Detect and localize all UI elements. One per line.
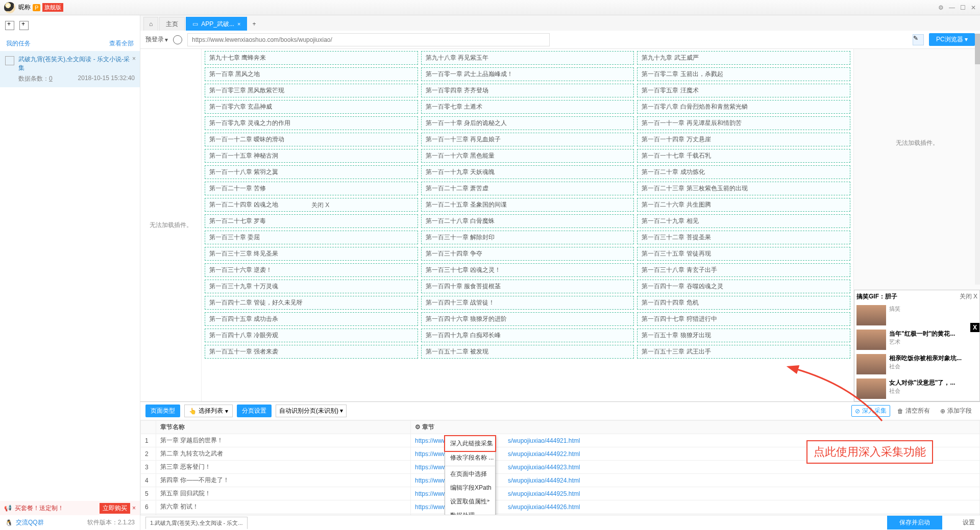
page-type-button[interactable]: 页面类型 [145, 405, 180, 417]
chapter-link[interactable]: 第一百三十八章 青玄子出手 [637, 263, 850, 277]
news-item[interactable]: 相亲吃饭你被相亲对象坑...社会 [854, 352, 979, 376]
chapter-link[interactable]: 第一百四十八章 冷眼旁观 [205, 329, 418, 342]
ctx-setval[interactable]: 设置取值属性▸ [445, 495, 495, 509]
chapter-link[interactable]: 第一百零一章 武士上品巅峰成！ [421, 67, 634, 81]
chapter-link[interactable]: 第一百三十九章 十万灵魂 [205, 280, 418, 293]
save-start-button[interactable]: 保存并启动 [887, 516, 942, 529]
chapter-link[interactable]: 第一百二十八章 白骨魔蛛 [421, 214, 634, 228]
chapter-link[interactable]: 第一百零二章 玉箭出，杀戮起 [637, 67, 850, 81]
table-row[interactable]: 7第七章 丹药https://wwwxxxxxxxxxxxxxxxxxxxxs/… [141, 514, 980, 515]
new-task-icon[interactable]: + [5, 21, 14, 30]
news-item[interactable]: 女人对你"没意思"了，...社会 [854, 376, 979, 401]
chapter-link[interactable]: 第一百四十章 服食菩提根茎 [421, 280, 634, 293]
task-item[interactable]: 武破九霄(苍笑天),全文阅读 - 乐文小说-采集 数据条数：0 2018-10-… [0, 51, 140, 87]
col-chapter-name[interactable]: 章节名称 [156, 421, 411, 434]
chapter-link[interactable]: 第一百零七章 土遁术 [421, 100, 634, 114]
select-list-button[interactable]: 👆 选择列表 ▾ [184, 405, 233, 417]
chapter-link[interactable]: 第一百章 黑风之地 [205, 67, 418, 81]
close-link-left[interactable]: 关闭 X [311, 201, 329, 210]
ctx-deep-collect[interactable]: 深入此链接采集 [444, 435, 496, 452]
chapter-link[interactable]: 第一百零九章 灵魂之力的作用 [205, 116, 418, 130]
chapter-link[interactable]: 第一百四十四章 危机 [637, 296, 850, 310]
chapter-link[interactable]: 第一百一十九章 天妖魂魄 [421, 165, 634, 179]
chapter-link[interactable]: 第一百一十一章 再见谭星辰和情韵苦 [637, 116, 850, 130]
chapter-link[interactable]: 第一百二十章 成功炼化 [637, 165, 850, 179]
chapter-link[interactable]: 第一百三十一章 解除封印 [421, 231, 634, 244]
chapter-link[interactable]: 第一百零五章 汪魔术 [637, 84, 850, 97]
clear-all-button[interactable]: 🗑 清空所有 [894, 406, 933, 416]
ad-x-icon[interactable]: X [970, 323, 979, 332]
chapter-link[interactable]: 第一百五十章 狼獠牙出现 [637, 329, 850, 342]
table-row[interactable]: 6第六章 初试！https://wwwxxxxxxxxxxxxxxxxxxxxs… [141, 500, 980, 514]
chapter-link[interactable]: 第一百五十三章 武王出手 [637, 345, 850, 359]
home-icon-tab[interactable]: ⌂ [143, 17, 158, 31]
promo-close-icon[interactable]: × [132, 504, 136, 512]
edit-icon[interactable]: ✎ [913, 34, 924, 45]
chapter-link[interactable]: 第九十九章 武王威严 [637, 51, 850, 65]
gear-icon[interactable]: ⚙ [938, 4, 944, 11]
tab-home[interactable]: 主页 [159, 17, 185, 31]
chapter-link[interactable]: 第一百五十二章 被发现 [421, 345, 634, 359]
chapter-link[interactable]: 第九十八章 再见紫玉年 [421, 51, 634, 65]
add-tab-button[interactable]: + [248, 17, 260, 31]
view-all-link[interactable]: 查看全部 [109, 39, 134, 48]
chapter-link[interactable]: 第一百零六章 玄晶神威 [205, 100, 418, 114]
chapter-link[interactable]: 第一百三十三章 终见圣果 [205, 247, 418, 261]
news-item[interactable]: 当年"红极一时"的黄花...艺术 [854, 327, 979, 352]
chapter-link[interactable]: 第一百四十九章 白痴邓长峰 [421, 329, 634, 342]
ctx-rename[interactable]: 修改字段名称 ... [445, 451, 495, 465]
tab-close-icon[interactable]: × [237, 21, 240, 27]
close-icon[interactable]: ✕ [971, 4, 976, 11]
chapter-grid[interactable]: 第九十七章 鹰蜂奔来第九十八章 再见紫玉年第九十九章 武王威严第一百章 黑风之地… [202, 49, 853, 401]
chapter-link[interactable]: 第九十七章 鹰蜂奔来 [205, 51, 418, 65]
settings-button[interactable]: 设置 [963, 518, 975, 527]
chapter-link[interactable]: 第一百零四章 齐齐登场 [421, 84, 634, 97]
chapter-link[interactable]: 第一百四十三章 战管徒！ [421, 296, 634, 310]
chapter-link[interactable]: 第一百三十五章 管徒再现 [637, 247, 850, 261]
ctx-xpath[interactable]: 编辑字段XPath [445, 481, 495, 495]
my-tasks-link[interactable]: 我的任务 [6, 39, 31, 48]
chapter-link[interactable]: 第一百一十章 身后的诡秘之人 [421, 116, 634, 130]
chapter-link[interactable]: 第一百四十六章 狼獠牙的进阶 [421, 312, 634, 326]
chapter-link[interactable]: 第一百一十七章 千载石乳 [637, 149, 850, 163]
deep-collect-button[interactable]: ⊘ 深入采集 [851, 405, 890, 417]
chapter-link[interactable]: 第一百二十六章 共生图腾 [637, 198, 850, 212]
new-folder-icon[interactable]: + [19, 21, 29, 30]
avatar[interactable] [4, 2, 15, 13]
news-item[interactable]: 搞笑 [854, 303, 979, 327]
chapter-link[interactable]: 第一百四十一章 吞噬凶魂之灵 [637, 280, 850, 293]
reload-icon[interactable] [173, 35, 182, 44]
chapter-link[interactable]: 第一百二十五章 圣象国的间谍 [421, 198, 634, 212]
pre-login-button[interactable]: 预登录 ▾ [145, 35, 168, 44]
chapter-link[interactable]: 第一百一十六章 黑色能量 [421, 149, 634, 163]
chapter-link[interactable]: 第一百一十二章 暧昧的滑动 [205, 133, 418, 146]
chapter-link[interactable]: 第一百三十四章 争夺 [421, 247, 634, 261]
tab-app[interactable]: ▭ APP_武破... × [186, 17, 247, 31]
table-row[interactable]: 5第五章 回归武院！https://wwwxxxxxxxxxxxxxxxxxxx… [141, 487, 980, 500]
footer-sheet-tab[interactable]: 1.武破九霄(苍笑天),全文阅读 - 乐文... [145, 517, 248, 529]
chapter-link[interactable]: 第一百二十七章 罗毒 [205, 214, 418, 228]
chapter-link[interactable]: 第一百零三章 黑风散紫芒现 [205, 84, 418, 97]
chapter-link[interactable]: 第一百四十五章 成功击杀 [205, 312, 418, 326]
chapter-link[interactable]: 第一百三十章 委屈 [205, 231, 418, 244]
chapter-link[interactable]: 第一百二十二章 萧苦虚 [421, 182, 634, 195]
paging-button[interactable]: 分页设置 [237, 405, 272, 417]
data-grid[interactable]: 章节名称 ⚙ 章节 1第一章 穿越后的世界！https://wwwxxxxxxx… [140, 420, 980, 515]
qq-link[interactable]: 交流QQ群 [16, 518, 44, 527]
chapter-link[interactable]: 第一百一十三章 再见血娘子 [421, 133, 634, 146]
chapter-link[interactable]: 第一百一十八章 紫羽之翼 [205, 165, 418, 179]
ctx-process[interactable]: 数据处理 ... [445, 509, 495, 515]
table-row[interactable]: 4第四章 你——不用走了！https://wwwxxxxxxxxxxxxxxxx… [141, 474, 980, 487]
pc-browser-button[interactable]: PC浏览器 ▾ [929, 33, 975, 46]
col-chapter-link[interactable]: ⚙ 章节 [410, 421, 979, 434]
chapter-link[interactable]: 第一百零八章 白骨烈焰兽和青熬紫光鳞 [637, 100, 850, 114]
chapter-link[interactable]: 第一百二十一章 苦修 [205, 182, 418, 195]
chapter-link[interactable]: 第一百三十六章 逆袭！ [205, 263, 418, 277]
ctx-find-in-page[interactable]: 在页面中选择 [445, 467, 495, 481]
news-close-icon[interactable]: 关闭 X [960, 292, 977, 301]
chapter-link[interactable]: 第一百四十二章 管徒，好久未见呀 [205, 296, 418, 310]
url-input[interactable]: https://www.lewenxiaoshuo.com/books/wupo… [187, 33, 550, 46]
maximize-icon[interactable]: ☐ [960, 4, 966, 11]
chapter-link[interactable]: 第一百一十五章 神秘古洞 [205, 149, 418, 163]
auto-paging-select[interactable]: 自动识别分页(未识别) ▾ [276, 405, 347, 417]
